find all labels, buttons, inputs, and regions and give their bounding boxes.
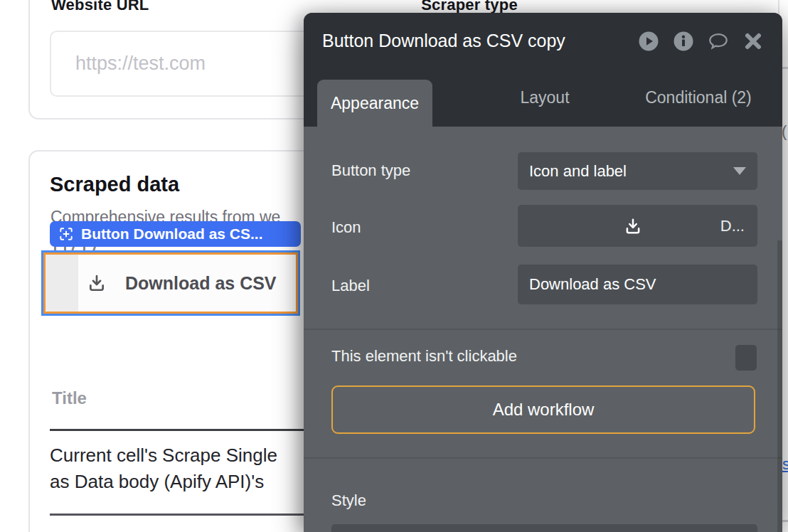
select-brackets-icon	[58, 226, 74, 242]
download-icon	[85, 272, 108, 294]
scraper-type-label: Scraper type	[370, 0, 569, 14]
icon-value-truncated: D...	[720, 217, 745, 235]
button-type-label: Button type	[331, 161, 410, 180]
tab-conditional[interactable]: Conditional (2)	[627, 69, 770, 127]
label-field-label: Label	[331, 277, 370, 295]
tab-layout[interactable]: Layout	[495, 69, 595, 127]
close-icon[interactable]	[742, 31, 764, 52]
add-workflow-button[interactable]: Add workflow	[331, 385, 755, 434]
panel-header: Button Download as CSV copy	[304, 13, 782, 69]
label-field-input[interactable]: Download as CSV	[518, 265, 757, 304]
property-editor-panel: Button Download as CSV copy Appearance L…	[304, 13, 782, 532]
selected-download-button[interactable]: Download as CSV	[41, 250, 300, 316]
panel-scrollbar[interactable]	[777, 240, 782, 532]
add-workflow-label: Add workflow	[493, 400, 595, 420]
edge-fragment-link[interactable]: s	[782, 455, 788, 474]
title-column-header: Title	[52, 388, 87, 408]
play-icon[interactable]	[638, 31, 659, 52]
edge-fragment-paren: (	[782, 122, 787, 141]
table-cell-line2: as Data body (Apify API)'s	[50, 469, 304, 495]
tab-label: Layout	[520, 88, 569, 107]
button-left-strip	[46, 255, 78, 312]
website-url-label: Website URL	[51, 0, 149, 14]
scraped-data-title: Scraped data	[50, 173, 179, 196]
divider	[304, 329, 782, 330]
table-rule	[50, 514, 304, 516]
style-dropdown[interactable]	[331, 524, 757, 532]
button-type-value: Icon and label	[529, 162, 627, 181]
button-type-dropdown[interactable]: Icon and label	[518, 152, 757, 190]
label-field-value: Download as CSV	[529, 275, 656, 294]
icon-picker[interactable]: D...	[518, 205, 757, 247]
icon-label: Icon	[331, 218, 361, 237]
tab-label: Appearance	[331, 94, 419, 113]
panel-title: Button Download as CSV copy	[322, 31, 565, 51]
canvas-button-label: Download as CSV	[125, 273, 277, 294]
edge-fragment-line	[782, 67, 788, 69]
divider	[304, 457, 782, 459]
info-icon[interactable]	[673, 31, 694, 52]
chevron-down-icon	[733, 167, 746, 175]
element-selection-badge[interactable]: Button Download as CS...	[50, 221, 301, 247]
website-url-placeholder: https://test.com	[51, 53, 206, 75]
not-clickable-label: This element isn't clickable	[331, 347, 517, 366]
download-icon	[622, 216, 644, 237]
table-rule	[50, 429, 304, 431]
panel-body: Button type Icon and label Icon D... Lab…	[304, 127, 782, 532]
comment-icon[interactable]	[708, 31, 729, 52]
clickable-checkbox[interactable]	[735, 345, 757, 371]
edge-fragment-line	[782, 520, 788, 522]
selection-badge-label: Button Download as CS...	[81, 225, 263, 243]
table-cell-line1: Current cell's Scrape Single	[50, 442, 304, 469]
style-section-label: Style	[331, 491, 366, 510]
tab-label: Conditional (2)	[645, 88, 752, 107]
tab-appearance[interactable]: Appearance	[317, 80, 432, 127]
panel-tabstrip: Appearance Layout Conditional (2)	[304, 69, 782, 127]
